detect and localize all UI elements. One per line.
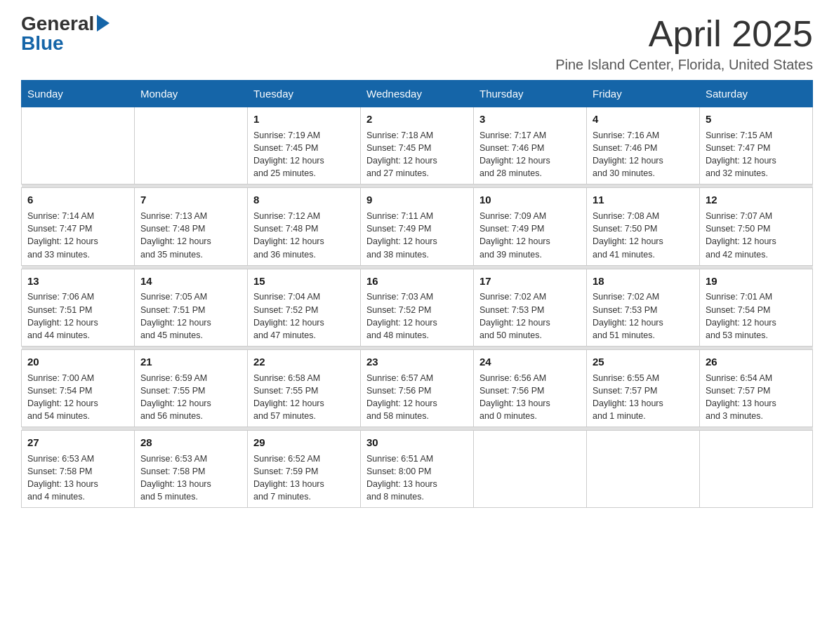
day-number: 25 <box>593 354 694 370</box>
day-info: Sunrise: 7:06 AM Sunset: 7:51 PM Dayligh… <box>27 290 128 342</box>
day-info: Sunrise: 7:16 AM Sunset: 7:46 PM Dayligh… <box>593 129 694 180</box>
day-info: Sunrise: 7:02 AM Sunset: 7:53 PM Dayligh… <box>479 290 581 342</box>
logo: General Blue <box>21 14 110 53</box>
day-number: 16 <box>366 274 468 289</box>
calendar-cell: 7Sunrise: 7:13 AM Sunset: 7:48 PM Daylig… <box>135 188 248 265</box>
calendar-week-4: 20Sunrise: 7:00 AM Sunset: 7:54 PM Dayli… <box>22 349 813 427</box>
col-header-wednesday: Wednesday <box>361 81 474 107</box>
calendar-cell <box>22 107 135 185</box>
calendar-cell: 11Sunrise: 7:08 AM Sunset: 7:50 PM Dayli… <box>587 188 700 265</box>
title-area: April 2025 Pine Island Center, Florida, … <box>555 14 813 73</box>
col-header-saturday: Saturday <box>700 81 813 107</box>
day-number: 22 <box>253 354 355 370</box>
calendar-cell <box>700 431 813 508</box>
calendar-cell: 4Sunrise: 7:16 AM Sunset: 7:46 PM Daylig… <box>587 107 700 185</box>
location-title: Pine Island Center, Florida, United Stat… <box>555 57 813 73</box>
day-number: 7 <box>140 192 241 208</box>
calendar-cell: 8Sunrise: 7:12 AM Sunset: 7:48 PM Daylig… <box>248 188 361 265</box>
day-number: 23 <box>366 354 468 370</box>
day-info: Sunrise: 6:54 AM Sunset: 7:57 PM Dayligh… <box>706 372 807 423</box>
calendar-cell: 16Sunrise: 7:03 AM Sunset: 7:52 PM Dayli… <box>361 269 474 346</box>
day-number: 28 <box>140 435 241 450</box>
day-number: 19 <box>706 274 807 289</box>
day-number: 2 <box>366 112 468 127</box>
calendar-cell <box>135 107 248 185</box>
day-number: 21 <box>140 354 241 370</box>
day-number: 6 <box>27 192 128 208</box>
calendar-week-1: 1Sunrise: 7:19 AM Sunset: 7:45 PM Daylig… <box>22 107 813 185</box>
day-info: Sunrise: 7:01 AM Sunset: 7:54 PM Dayligh… <box>706 290 807 342</box>
col-header-thursday: Thursday <box>474 81 587 107</box>
day-number: 15 <box>253 274 355 289</box>
col-header-sunday: Sunday <box>22 81 135 107</box>
calendar-week-2: 6Sunrise: 7:14 AM Sunset: 7:47 PM Daylig… <box>22 188 813 265</box>
logo-triangle-icon <box>97 15 110 32</box>
calendar-cell: 5Sunrise: 7:15 AM Sunset: 7:47 PM Daylig… <box>700 107 813 185</box>
calendar-cell: 25Sunrise: 6:55 AM Sunset: 7:57 PM Dayli… <box>587 349 700 427</box>
day-info: Sunrise: 7:02 AM Sunset: 7:53 PM Dayligh… <box>593 290 694 342</box>
calendar-table: SundayMondayTuesdayWednesdayThursdayFrid… <box>21 80 813 508</box>
day-number: 1 <box>253 112 355 127</box>
day-info: Sunrise: 7:04 AM Sunset: 7:52 PM Dayligh… <box>253 290 355 342</box>
calendar-body: 1Sunrise: 7:19 AM Sunset: 7:45 PM Daylig… <box>22 107 813 508</box>
day-number: 20 <box>27 354 128 370</box>
day-info: Sunrise: 6:59 AM Sunset: 7:55 PM Dayligh… <box>140 372 241 423</box>
calendar-cell: 1Sunrise: 7:19 AM Sunset: 7:45 PM Daylig… <box>248 107 361 185</box>
calendar-cell: 17Sunrise: 7:02 AM Sunset: 7:53 PM Dayli… <box>474 269 587 346</box>
day-info: Sunrise: 6:53 AM Sunset: 7:58 PM Dayligh… <box>27 452 128 504</box>
calendar-cell: 3Sunrise: 7:17 AM Sunset: 7:46 PM Daylig… <box>474 107 587 185</box>
calendar-cell: 18Sunrise: 7:02 AM Sunset: 7:53 PM Dayli… <box>587 269 700 346</box>
day-number: 13 <box>27 274 128 289</box>
calendar-cell: 24Sunrise: 6:56 AM Sunset: 7:56 PM Dayli… <box>474 349 587 427</box>
day-number: 29 <box>253 435 355 450</box>
logo-blue: Blue <box>21 34 64 53</box>
day-number: 17 <box>479 274 581 289</box>
calendar-header-row: SundayMondayTuesdayWednesdayThursdayFrid… <box>22 81 813 107</box>
day-info: Sunrise: 7:17 AM Sunset: 7:46 PM Dayligh… <box>479 129 581 180</box>
calendar-cell <box>474 431 587 508</box>
day-info: Sunrise: 7:19 AM Sunset: 7:45 PM Dayligh… <box>253 129 355 180</box>
day-info: Sunrise: 6:52 AM Sunset: 7:59 PM Dayligh… <box>253 452 355 504</box>
day-number: 3 <box>479 112 581 127</box>
day-number: 18 <box>593 274 694 289</box>
calendar-cell: 22Sunrise: 6:58 AM Sunset: 7:55 PM Dayli… <box>248 349 361 427</box>
calendar-cell: 30Sunrise: 6:51 AM Sunset: 8:00 PM Dayli… <box>361 431 474 508</box>
day-number: 8 <box>253 192 355 208</box>
calendar-week-3: 13Sunrise: 7:06 AM Sunset: 7:51 PM Dayli… <box>22 269 813 346</box>
day-number: 9 <box>366 192 468 208</box>
day-number: 30 <box>366 435 468 450</box>
calendar-cell: 6Sunrise: 7:14 AM Sunset: 7:47 PM Daylig… <box>22 188 135 265</box>
calendar-week-5: 27Sunrise: 6:53 AM Sunset: 7:58 PM Dayli… <box>22 431 813 508</box>
day-info: Sunrise: 7:11 AM Sunset: 7:49 PM Dayligh… <box>366 210 468 261</box>
calendar-cell: 28Sunrise: 6:53 AM Sunset: 7:58 PM Dayli… <box>135 431 248 508</box>
calendar-cell: 10Sunrise: 7:09 AM Sunset: 7:49 PM Dayli… <box>474 188 587 265</box>
col-header-monday: Monday <box>135 81 248 107</box>
day-number: 4 <box>593 112 694 127</box>
calendar-cell: 26Sunrise: 6:54 AM Sunset: 7:57 PM Dayli… <box>700 349 813 427</box>
day-info: Sunrise: 6:58 AM Sunset: 7:55 PM Dayligh… <box>253 372 355 423</box>
day-info: Sunrise: 7:15 AM Sunset: 7:47 PM Dayligh… <box>706 129 807 180</box>
day-info: Sunrise: 6:51 AM Sunset: 8:00 PM Dayligh… <box>366 452 468 504</box>
calendar-cell: 20Sunrise: 7:00 AM Sunset: 7:54 PM Dayli… <box>22 349 135 427</box>
col-header-friday: Friday <box>587 81 700 107</box>
calendar-cell: 9Sunrise: 7:11 AM Sunset: 7:49 PM Daylig… <box>361 188 474 265</box>
day-number: 11 <box>593 192 694 208</box>
calendar-cell: 13Sunrise: 7:06 AM Sunset: 7:51 PM Dayli… <box>22 269 135 346</box>
day-number: 10 <box>479 192 581 208</box>
day-info: Sunrise: 6:57 AM Sunset: 7:56 PM Dayligh… <box>366 372 468 423</box>
calendar-cell: 15Sunrise: 7:04 AM Sunset: 7:52 PM Dayli… <box>248 269 361 346</box>
calendar-cell: 19Sunrise: 7:01 AM Sunset: 7:54 PM Dayli… <box>700 269 813 346</box>
day-number: 12 <box>706 192 807 208</box>
calendar-cell: 2Sunrise: 7:18 AM Sunset: 7:45 PM Daylig… <box>361 107 474 185</box>
day-info: Sunrise: 6:55 AM Sunset: 7:57 PM Dayligh… <box>593 372 694 423</box>
day-number: 24 <box>479 354 581 370</box>
day-info: Sunrise: 7:08 AM Sunset: 7:50 PM Dayligh… <box>593 210 694 261</box>
day-info: Sunrise: 7:00 AM Sunset: 7:54 PM Dayligh… <box>27 372 128 423</box>
day-info: Sunrise: 7:07 AM Sunset: 7:50 PM Dayligh… <box>706 210 807 261</box>
calendar-cell: 27Sunrise: 6:53 AM Sunset: 7:58 PM Dayli… <box>22 431 135 508</box>
day-info: Sunrise: 7:03 AM Sunset: 7:52 PM Dayligh… <box>366 290 468 342</box>
calendar-cell: 29Sunrise: 6:52 AM Sunset: 7:59 PM Dayli… <box>248 431 361 508</box>
calendar-cell: 14Sunrise: 7:05 AM Sunset: 7:51 PM Dayli… <box>135 269 248 346</box>
logo-general: General <box>21 14 94 34</box>
month-title: April 2025 <box>555 14 813 54</box>
